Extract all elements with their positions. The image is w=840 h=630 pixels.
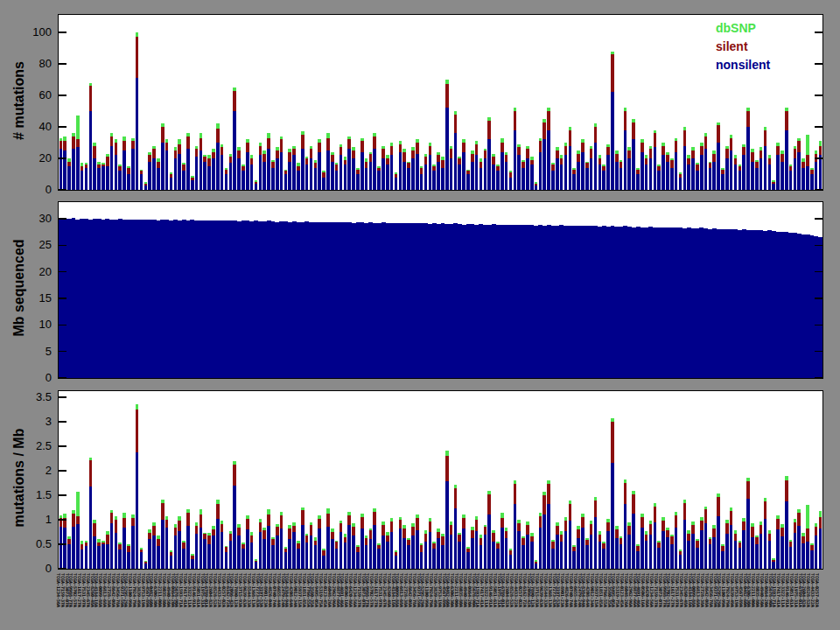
y-tick-label: 15 — [0, 291, 52, 304]
y-tick-label: 30 — [0, 212, 52, 225]
y-tick-label: 20 — [0, 151, 52, 164]
y-tick-label: 1 — [0, 513, 52, 526]
y-tick-label: 0 — [0, 562, 52, 575]
legend-item-nonsilent: nonsilent — [716, 56, 770, 74]
legend: dbSNP silent nonsilent — [716, 19, 770, 74]
y-tick-label: 2.5 — [0, 439, 52, 452]
legend-item-dbsnp: dbSNP — [716, 19, 770, 38]
x-tick-labels-illegible: TCGA-1234-56ATCGA-7159-37ATCGA-3073-07AT… — [56, 573, 824, 630]
y-tick-label: 5 — [0, 345, 52, 358]
y-tick-label: 25 — [0, 238, 52, 251]
mutations-panel — [58, 14, 823, 191]
y-tick-label: 60 — [0, 88, 52, 102]
mutations-per-mb-bars-svg — [59, 391, 822, 569]
mb-sequenced-panel — [58, 201, 823, 379]
y-tick-label: 0 — [0, 371, 52, 384]
y-tick-label: 1.5 — [0, 488, 52, 501]
mutations-bars-svg — [59, 15, 822, 190]
y-tick-label: 0 — [0, 183, 52, 196]
y-tick-label: 3.5 — [0, 390, 52, 403]
y-tick-label: 20 — [0, 265, 52, 278]
legend-item-silent: silent — [716, 38, 770, 56]
y-tick-label: 3 — [0, 415, 52, 428]
y-tick-label: 100 — [0, 25, 52, 38]
y-tick-label: 10 — [0, 318, 52, 331]
y-tick-label: 40 — [0, 120, 52, 133]
x-tick-label: TCGA-0257-02A — [815, 573, 819, 630]
mutations-per-mb-panel — [58, 390, 823, 570]
y-tick-label: 0.5 — [0, 537, 52, 550]
y-tick-label: 2 — [0, 464, 52, 477]
mb-sequenced-bars-svg — [59, 202, 822, 378]
y-tick-label: 80 — [0, 57, 52, 70]
